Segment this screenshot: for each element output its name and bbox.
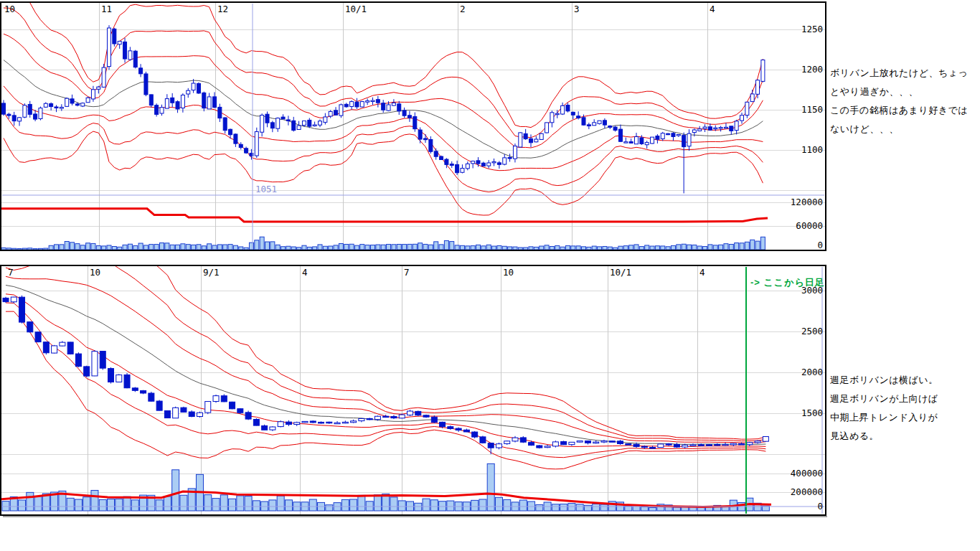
svg-text:120000: 120000 [791, 197, 823, 207]
daily-note-line: この手の銘柄はあまり好きでは [830, 101, 968, 120]
svg-text:4: 4 [302, 267, 308, 278]
daily-start-note: -> ここから日足 [750, 273, 825, 292]
svg-text:3: 3 [574, 4, 580, 14]
svg-text:1100: 1100 [801, 144, 823, 155]
daily-note: ボリバン上放れたけど、ちょっ とやり過ぎか、、、 この手の銘柄はあまり好きでは … [830, 64, 968, 138]
weekly-chart[interactable]: 7109/1471010/143000250020001500400000200… [1, 223, 827, 517]
svg-text:10: 10 [503, 267, 514, 278]
svg-text:10/1: 10/1 [610, 267, 631, 278]
svg-text:7: 7 [8, 267, 14, 278]
svg-text:11: 11 [101, 4, 112, 14]
svg-text:10: 10 [90, 267, 100, 278]
svg-text:2: 2 [460, 4, 466, 14]
svg-text:400000: 400000 [791, 468, 823, 479]
weekly-note-line: 週足ボリバンが上向けば [830, 390, 938, 408]
page: 105110111210/123412501200115011001200006… [0, 0, 980, 551]
svg-text:1051: 1051 [255, 184, 277, 194]
svg-text:0: 0 [817, 501, 823, 512]
weekly-note-line: 見込める。 [830, 427, 938, 446]
svg-text:1250: 1250 [801, 24, 823, 34]
svg-text:12: 12 [217, 4, 228, 14]
svg-text:4: 4 [699, 267, 705, 278]
svg-text:2000: 2000 [801, 367, 823, 377]
svg-text:1500: 1500 [801, 408, 823, 418]
daily-chart[interactable]: 105110111210/123412501200115011001200006… [1, 0, 826, 250]
svg-text:2500: 2500 [801, 326, 823, 336]
svg-text:10/1: 10/1 [345, 4, 367, 14]
daily-note-line: とやり過ぎか、、、 [830, 83, 968, 101]
daily-note-line: ないけど、、、 [830, 120, 968, 138]
svg-text:200000: 200000 [791, 486, 823, 497]
weekly-note: 週足ボリバンは横ばい。 週足ボリバンが上向けば 中期上昇トレンド入りが 見込める… [830, 371, 938, 446]
svg-text:9/1: 9/1 [203, 267, 220, 278]
svg-text:4: 4 [710, 4, 715, 14]
svg-text:1150: 1150 [801, 104, 823, 115]
daily-note-line: ボリバン上放れたけど、ちょっ [830, 64, 968, 83]
svg-text:60000: 60000 [796, 220, 823, 231]
weekly-note-line: 週足ボリバンは横ばい。 [830, 371, 938, 390]
svg-text:10: 10 [4, 4, 15, 14]
weekly-note-line: 中期上昇トレンド入りが [830, 408, 938, 427]
svg-text:7: 7 [404, 267, 410, 278]
svg-text:0: 0 [817, 240, 823, 250]
svg-text:1200: 1200 [801, 64, 823, 75]
